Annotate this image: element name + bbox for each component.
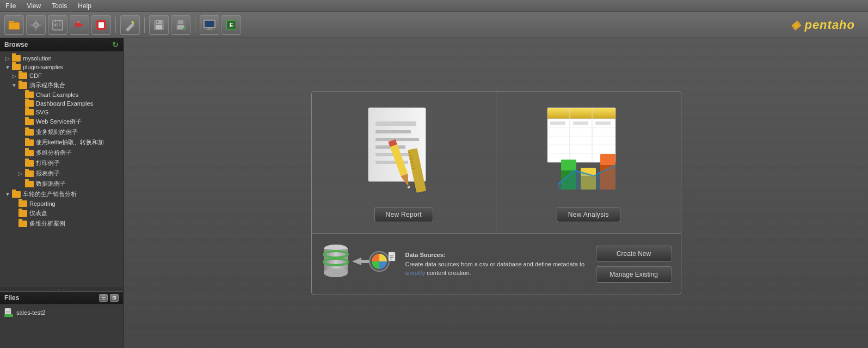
svg-rect-24 [157,21,158,23]
open-button[interactable] [4,15,24,35]
schedule-button[interactable] [48,15,67,35]
menu-bar: File View Tools Help [0,0,868,12]
expand-icon [17,139,24,146]
tree-label: CDF [29,72,42,79]
folder-icon [25,129,34,136]
stop-button[interactable] [91,15,111,35]
export-button[interactable]: E [221,15,241,35]
folder-icon [25,109,34,115]
tree-item-web-service[interactable]: Web Service例子 [0,117,123,127]
expand-icon: ▷ [11,72,17,79]
content-area: New Report [124,38,868,348]
new-report-button[interactable]: New Report [374,207,433,222]
top-actions: New Report [312,91,681,234]
new-analysis-icon-container [545,102,632,200]
simplify-link[interactable]: simplify [405,270,426,276]
tree-label: 多维分析案例 [29,219,65,228]
panel-divider[interactable] [0,287,123,291]
tree-item-yanshi[interactable]: ▼ 演示程序集合 [0,80,123,90]
tree-item-multidim2[interactable]: 多维分析案例 [0,218,123,229]
tree-item-chart-examples[interactable]: Chart Examples [0,90,123,99]
tree-item-cdf[interactable]: ▷ CDF [0,71,123,80]
tree-item-multidim[interactable]: 多维分析例子 [0,148,123,158]
main-panel: New Report [311,91,681,295]
save-as-button[interactable] [171,15,190,35]
tree-item-dashboard-examples[interactable]: Dashboard Examples [0,99,123,108]
tree-item-datasource[interactable]: 数据源例子 [0,179,123,189]
svg-rect-15 [59,25,60,26]
svg-rect-37 [6,313,10,313]
new-report-section: New Report [312,91,497,233]
files-icons: ☰ ⊞ [99,294,119,302]
expand-icon [17,160,24,167]
save-button[interactable] [149,15,169,35]
tree-item-reporting[interactable]: Reporting [0,199,123,208]
folder-icon [25,91,34,98]
file-item[interactable]: sales-test2 [2,307,121,319]
tree-label: 使用kettle抽取、转换和加 [36,138,104,146]
tree-item-svg[interactable]: SVG [0,108,123,117]
toolbar-separator-1 [115,17,116,33]
svg-rect-17 [81,24,83,26]
menu-tools[interactable]: Tools [46,1,72,11]
folder-icon [25,160,34,167]
tree-item-mysolution[interactable]: ▷ mysolution [0,54,123,63]
create-new-button[interactable]: Create New [596,246,672,262]
menu-file[interactable]: File [0,1,21,11]
datasource-buttons: Create New Manage Existing [596,246,672,283]
svg-rect-89 [390,259,392,260]
expand-icon [17,100,24,107]
properties-button[interactable] [26,15,46,35]
plugin-button[interactable] [70,15,89,35]
tree-item-vehicle-sales[interactable]: ▼ 车轮的生产销售分析 [0,189,123,199]
tree-label: Dashboard Examples [36,100,93,107]
refresh-icon[interactable]: ↻ [112,40,119,49]
svg-rect-43 [375,130,411,133]
datasource-title: Data Sources: [405,252,446,258]
expand-icon: ▷ [17,170,24,177]
browse-title: Browse [4,41,28,48]
expand-icon [17,109,24,115]
svg-rect-7 [30,25,33,26]
pencil-button[interactable] [120,15,140,35]
files-container: sales-test2 [0,304,123,348]
svg-rect-76 [600,154,615,165]
tree-label: 演示程序集合 [29,81,65,89]
tree-label: SVG [36,109,48,115]
expand-icon: ▼ [4,64,11,70]
folder-icon [25,181,34,187]
tree-item-plugin-samples[interactable]: ▼ plugin-samples [0,63,123,71]
folder-icon [19,72,27,79]
new-analysis-button[interactable]: New Analysis [557,207,620,222]
datasource-icon-area [321,242,397,286]
tree-label: 打印例子 [36,159,60,167]
svg-rect-16 [75,23,81,27]
tree-item-dashboard2[interactable]: 仪表盘 [0,208,123,218]
expand-icon [11,200,17,207]
folder-icon [19,210,27,217]
monitor-button[interactable] [200,15,219,35]
files-title: Files [4,294,19,302]
menu-help[interactable]: Help [72,1,97,11]
menu-view[interactable]: View [21,1,46,11]
files-grid-icon[interactable]: ⊞ [110,294,119,302]
tree-item-print[interactable]: 打印例子 [0,158,123,168]
tree-item-kettle[interactable]: 使用kettle抽取、转换和加 [0,137,123,148]
svg-rect-29 [205,21,214,27]
folder-icon [19,200,27,207]
pentaho-logo: ◈ pentaho [791,18,864,32]
tree-item-report-examples[interactable]: ▷ 报表例子 [0,168,123,179]
svg-rect-88 [390,257,393,258]
svg-rect-72 [561,160,576,170]
file-icon [4,308,13,317]
folder-icon [12,55,21,62]
svg-rect-26 [178,20,183,24]
svg-point-80 [324,268,348,277]
datasource-text: Data Sources: Create data sources from a… [405,251,587,278]
tree-container[interactable]: ▷ mysolution ▼ plugin-samples ▷ CDF ▼ 演示… [0,52,123,287]
tree-item-business-rules[interactable]: 业务规则的例子 [0,127,123,137]
tree-label: plugin-samples [23,64,63,70]
manage-existing-button[interactable]: Manage Existing [596,266,672,283]
files-list-icon[interactable]: ☰ [99,294,108,302]
expand-icon [17,129,24,136]
